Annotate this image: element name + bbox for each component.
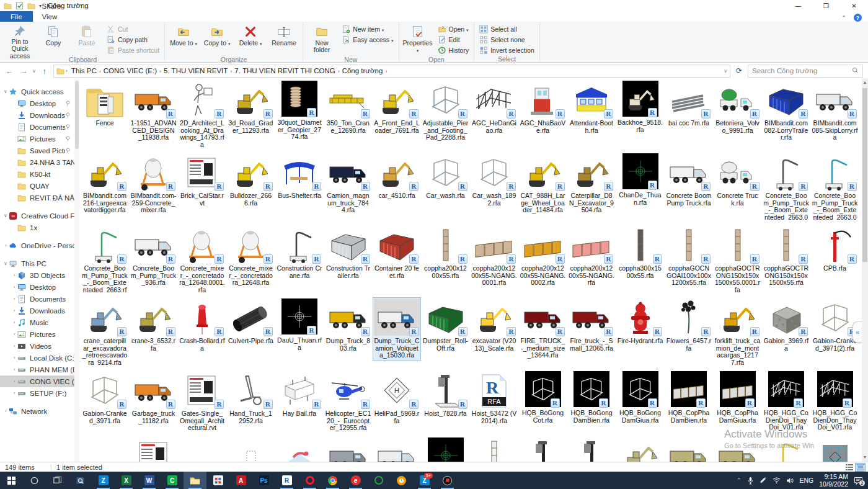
file-tile-cpb-rfa[interactable]: RCPB.rfa — [811, 225, 859, 274]
file-tile[interactable]: R — [275, 436, 324, 462]
taskbar-word-icon[interactable]: W — [138, 472, 161, 489]
sidebar-scrollbar[interactable] — [74, 78, 79, 462]
explorer-folder-icon[interactable] — [4, 2, 12, 10]
breadcrumb-5-thu-vien-revit[interactable]: 5. THU VIEN REVIT — [161, 67, 230, 74]
file-tile-concrete-boom-pump-truck-rfa[interactable]: RConcrete Boom Pump Truck.rfa — [665, 152, 713, 208]
up-button[interactable]: ↑ — [39, 65, 50, 76]
file-tile-concrete-mixer-concretadora-12648-rfa[interactable]: RConcrete_mixer_-_concretadora_12648.rfa — [227, 225, 275, 288]
sidebar-item-creative-cloud-files[interactable]: ∨∞Creative Cloud Files — [0, 210, 74, 222]
file-tile-attendant-booth-rfa[interactable]: RAttendant-Booth.rfa — [567, 79, 616, 135]
file-tile-cat-988h-large-wheel-loader-11484-rfa[interactable]: RCAT_988H_Large_Wheel_Loader_11484.rfa — [519, 152, 567, 215]
sidebar-item-quay[interactable]: QUAY — [0, 180, 74, 192]
file-tile-dump-truck-camion-volqueta-15030-rfa[interactable]: RDump_Truck_Camion_Volqueta_15030.rfa — [373, 297, 421, 361]
taskbar-photoshop-icon[interactable]: Ps — [252, 472, 275, 489]
tree-chevron[interactable]: › — [11, 296, 17, 302]
taskbar-excel-icon[interactable]: X — [115, 472, 138, 489]
file-tile-hqb-bogongdambien-rfa[interactable]: RHQB_BoGongDamBien.rfa — [567, 370, 616, 425]
file-tile-bimbandit-com082-lorrytrailer-rfa[interactable]: RBIMbandit.com082-LorryTrailer.rfa — [762, 79, 810, 143]
cut-button[interactable]: Cut — [104, 24, 162, 34]
file-tile-fire-truck-small-12065-rfa[interactable]: RFire_truck_-_Small_12065.rfa — [567, 297, 616, 353]
notification-icon[interactable]: 2 — [854, 477, 863, 485]
file-tile-flowers-6457-rfa[interactable]: RFlowers_6457.rfa — [665, 297, 713, 353]
file-tile-bimbandit-com216-largeexcavatordigger-rfa[interactable]: RBIMbandit.com216-Largeexcavatordigger.r… — [81, 152, 129, 215]
rename-button[interactable]: Rename — [267, 22, 301, 56]
address-field[interactable]: › This PC›CONG VIEC (E:)›5. THU VIEN REV… — [53, 65, 730, 78]
file-tile-concrete-boom-pump-truck-boom-extenteded-2663-0002-rfa[interactable]: RConcrete_Boom_Pump_Truck_-_Boom_Extente… — [811, 152, 859, 222]
file-tile[interactable] — [178, 436, 226, 462]
file-tile-adjustable-pier-and-footing-pad-2288-rfa[interactable]: RAdjustable_Pier_and_Footing_Pad_2288.rf… — [422, 79, 470, 143]
tree-chevron[interactable]: › — [11, 272, 17, 278]
language-indicator[interactable]: ENG — [800, 477, 814, 484]
pin-to-quick-access-button[interactable]: Pin to Quick access — [3, 22, 37, 56]
file-tile-350-ton-crane-12690-rfa[interactable]: R350_Ton_Crane_12690.rfa — [324, 79, 373, 135]
file-tile-a-front-end-loader-7691-rfa[interactable]: RA_Front_End_Loader_7691.rfa — [373, 79, 421, 135]
sidebar-item-this-pc[interactable]: ∨This PC — [0, 258, 74, 269]
tree-chevron[interactable]: › — [2, 408, 9, 414]
wifi-icon[interactable] — [773, 477, 781, 483]
file-tile-coppha200x1200x55-ngang-0002-rfa[interactable]: Rcoppha200x1200x55-NGANG.0002.rfa — [519, 225, 567, 288]
file-tile-excavator-v2013-scale-rfa[interactable]: Rexcavator (V2013)_Scale.rfa — [470, 297, 518, 353]
history-button[interactable]: History — [435, 45, 472, 55]
easy-access-button[interactable]: Easy access ▾ — [339, 34, 396, 45]
address-dropdown-chevron[interactable]: ∨ — [724, 68, 727, 74]
tree-chevron[interactable]: ∨ — [2, 89, 9, 94]
vertical-scrollbar[interactable]: ▲ ▼ — [862, 78, 868, 462]
file-tile[interactable]: R — [519, 436, 567, 462]
file-tile-helipad-5969-rfa[interactable]: HRHeliPad_5969.rfa — [373, 370, 421, 426]
recent-locations-chevron[interactable]: ∨ — [32, 68, 36, 74]
file-tile-backhoe-9518-rfa[interactable]: RBackhoe_9518.rfa — [616, 79, 665, 135]
file-tile-bai-coc-7m-rfa[interactable]: Rbai coc 7m.rfa — [665, 79, 713, 128]
sidebar-item-quick-access[interactable]: ∨Quick access — [0, 86, 74, 97]
file-tile-gabion-cranked-3971-rfa[interactable]: RGabion-Cranked_3971.rfa — [81, 370, 129, 426]
tree-chevron[interactable]: › — [11, 379, 17, 384]
breadcrumb-c-ng-tr-ng[interactable]: Công trường — [340, 67, 386, 74]
sidebar-item-network[interactable]: ›Network — [0, 405, 74, 417]
file-tile-camion-magnum-truck-7844-rfa[interactable]: RCamion_magnum_truck_7844.rfa — [324, 152, 373, 215]
file-tile-1-1951-advanced-design-11938-rfa[interactable]: R1-1951_ADVANCED_DESIGN_11938.rfa — [130, 79, 178, 143]
taskbar-zalo-icon[interactable]: Z — [92, 472, 115, 489]
tab-view[interactable]: View — [33, 11, 72, 22]
taskbar-clock-app-icon[interactable] — [390, 472, 413, 489]
minimize-button[interactable]: — — [784, 0, 812, 11]
new-folder-button[interactable]: New folder — [305, 22, 339, 56]
taskbar-search-icon[interactable] — [23, 472, 46, 489]
file-tile-chande-thuan-rfa[interactable]: RChanDe_Thuan.rfa — [616, 152, 665, 207]
file-tile-concrete-boom-pump-truck-936-rfa[interactable]: RConcrete_Boom_Pump_Truck_936.rfa — [130, 225, 178, 288]
sidebar-item-cong-viec-e[interactable]: ›CONG VIEC (E:) — [0, 375, 74, 387]
file-tile-30quot-diameter-geopier-2774-rfa[interactable]: R30quot_Diameter_Geopier_2774.rfa — [275, 79, 324, 142]
sidebar-item-saved-pictures[interactable]: Saved Pictures — [0, 145, 74, 156]
file-tile-hqb-bogongcot-rfa[interactable]: RHQB_BoGongCot.rfa — [519, 370, 567, 425]
file-tile-dump-truck-803-rfa[interactable]: RDump_Truck_803.rfa — [324, 297, 373, 353]
file-tile-copphagoctrong150x150x1500x55-0001-rfa[interactable]: RcopphaGOCTRONG150x150x1500x55.0001.rfa — [714, 225, 762, 294]
tree-chevron[interactable]: › — [2, 243, 9, 248]
file-tile[interactable]: R — [422, 436, 470, 462]
sidebar-item-onedrive-personal[interactable]: ›OneDrive - Personal — [0, 240, 74, 251]
file-tile-hoist-53472-v2014-rfa[interactable]: RRFAHoist_53472 (V2014).rfa — [470, 370, 518, 426]
taskbar-zalo-badge-icon[interactable]: Z5+ — [413, 472, 436, 489]
file-tile[interactable]: R — [324, 436, 373, 462]
file-tile-coppha200x1200x55-ngang-0001-rfa[interactable]: Rcoppha200x1200x55-NGANG.0001.rfa — [470, 225, 518, 288]
new-item-button[interactable]: New item ▾ — [339, 24, 396, 34]
copy-path-button[interactable]: Copy path — [104, 34, 162, 45]
sidebar-item-pictures[interactable]: Pictures — [0, 133, 74, 145]
taskbar-chrome-icon[interactable] — [321, 472, 344, 489]
back-button[interactable]: ← — [4, 65, 15, 76]
sidebar-item-downloads[interactable]: Downloads — [0, 109, 74, 121]
invert-selection-button[interactable]: Invert selection — [476, 45, 538, 55]
file-tile[interactable]: R — [616, 436, 665, 462]
sidebar-item-phan-mem-d[interactable]: ›PHAN MEM (D:) — [0, 364, 74, 375]
file-tile-forklift-truck-camion-de-montacargas-12177-rfa[interactable]: Rforklift_truck_camion_de_montacargas_12… — [714, 297, 762, 367]
file-tile[interactable]: R — [130, 436, 178, 462]
forward-button[interactable]: → — [18, 65, 29, 76]
file-tile-crane-caterpillar-excavadora-retroescavadora-9214-rfa[interactable]: Rcrane_caterpillar_excavadora_retroescav… — [81, 297, 129, 367]
file-tile-bus-shelter-rfa[interactable]: RBus-Shelter.rfa — [275, 152, 324, 201]
sidebar-item-documents[interactable]: Documents — [0, 121, 74, 133]
pen-icon[interactable] — [760, 477, 767, 484]
sidebar-item-documents[interactable]: ›Documents — [0, 293, 74, 305]
file-tile-3d-road-grader-11293-rfa[interactable]: R3d_Road_Grader_11293.rfa — [227, 79, 275, 135]
sidebar-item-local-disk-c[interactable]: ›Local Disk (C:) — [0, 352, 74, 364]
copy-button[interactable]: Copy — [37, 22, 70, 56]
sidebar-item-revit-n-ng-fa[interactable]: REVIT ĐÀ NĂNG- FA — [0, 192, 74, 204]
file-tile-concrete-truck-rfa[interactable]: RConcrete Truck.rfa — [714, 152, 762, 208]
file-tile-hoist-7828-rfa[interactable]: RHoist_7828.rfa — [422, 370, 470, 419]
